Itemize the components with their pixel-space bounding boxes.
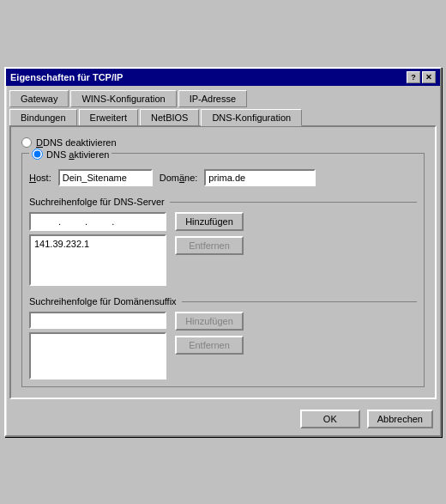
dns-activate-radio[interactable] xyxy=(32,149,43,160)
domain-suffix-list[interactable] xyxy=(29,332,166,380)
tab-netbios[interactable]: NetBIOS xyxy=(140,109,199,126)
domain-suffix-section: Suchreihenfolge für Domänensuffix Hinzuf… xyxy=(29,296,417,380)
dns-server-row: . . . 141.39.232.1 Hinzufüg xyxy=(29,212,417,286)
help-button[interactable]: ? xyxy=(407,71,420,83)
tab-erweitert[interactable]: Erweitert xyxy=(79,109,138,126)
dns-activate-label: DNS aktivieren xyxy=(46,149,109,160)
window-title: Eigenschaften für TCP/IP xyxy=(10,72,123,82)
domain-remove-button[interactable]: Entfernen xyxy=(175,336,244,355)
tab-wins[interactable]: WINS-Konfiguration xyxy=(70,90,176,107)
dns-activate-legend: DNS aktivieren xyxy=(29,149,112,160)
domain-suffix-input[interactable] xyxy=(29,312,166,329)
host-label: Host: xyxy=(29,173,51,183)
tab-dns[interactable]: DNS-Konfiguration xyxy=(201,109,302,126)
cancel-button[interactable]: Abbrechen xyxy=(367,410,433,428)
top-tabs: Gateway WINS-Konfiguration IP-Adresse xyxy=(6,89,440,106)
ip-part-2[interactable] xyxy=(61,216,85,227)
domain-suffix-buttons: Hinzufügen Entfernen xyxy=(175,312,244,355)
tab-bindungen[interactable]: Bindungen xyxy=(9,109,77,126)
host-domain-row: Host: Domäne: xyxy=(29,169,417,186)
bottom-bar: OK Abbrechen xyxy=(6,403,440,435)
dns-server-list[interactable]: 141.39.232.1 xyxy=(29,234,166,286)
dns-server-separator xyxy=(170,202,417,203)
domain-suffix-separator xyxy=(182,301,417,302)
bottom-tabs: Bindungen Erweitert NetBIOS DNS-Konfigur… xyxy=(6,108,440,125)
title-bar: Eigenschaften für TCP/IP ? ✕ xyxy=(6,69,440,86)
dns-deactivate-radio[interactable] xyxy=(21,137,32,148)
dns-server-section: Suchreihenfolge für DNS-Server . . . xyxy=(29,197,417,286)
ip-input-group[interactable]: . . . xyxy=(29,212,166,231)
dns-deactivate-label: DDNS deaktivieren xyxy=(36,137,117,148)
host-input[interactable] xyxy=(58,169,153,186)
tab-ip[interactable]: IP-Adresse xyxy=(178,90,247,107)
dns-server-label: Suchreihenfolge für DNS-Server xyxy=(29,197,165,207)
domain-suffix-row: Hinzufügen Entfernen xyxy=(29,312,417,380)
dns-deactivate-option[interactable]: DDNS deaktivieren xyxy=(21,137,425,148)
domain-label: Domäne: xyxy=(160,173,198,183)
dns-server-header: Suchreihenfolge für DNS-Server xyxy=(29,197,417,207)
dns-list-item[interactable]: 141.39.232.1 xyxy=(33,238,163,250)
ok-button[interactable]: OK xyxy=(300,410,360,428)
tab-content: DDNS deaktivieren DNS aktivieren Host: D… xyxy=(9,125,437,399)
close-button[interactable]: ✕ xyxy=(422,71,436,83)
main-window: Eigenschaften für TCP/IP ? ✕ Gateway WIN… xyxy=(4,67,442,437)
dns-server-buttons: Hinzufügen Entfernen xyxy=(175,212,244,255)
dns-server-left: . . . 141.39.232.1 xyxy=(29,212,166,286)
domain-input[interactable] xyxy=(204,169,316,186)
domain-suffix-header: Suchreihenfolge für Domänensuffix xyxy=(29,296,417,307)
domain-add-button[interactable]: Hinzufügen xyxy=(175,312,244,331)
domain-suffix-left xyxy=(29,312,166,380)
ip-part-3[interactable] xyxy=(87,216,112,227)
title-buttons: ? ✕ xyxy=(407,71,436,83)
tab-gateway[interactable]: Gateway xyxy=(9,90,69,107)
ip-part-1[interactable] xyxy=(34,216,58,227)
dns-add-button[interactable]: Hinzufügen xyxy=(175,212,244,231)
dns-remove-button[interactable]: Entfernen xyxy=(175,236,244,255)
dns-activate-section: DNS aktivieren Host: Domäne: Suchreihenf… xyxy=(21,153,425,387)
ip-part-4[interactable] xyxy=(114,216,138,227)
domain-suffix-label: Suchreihenfolge für Domänensuffix xyxy=(29,296,177,307)
